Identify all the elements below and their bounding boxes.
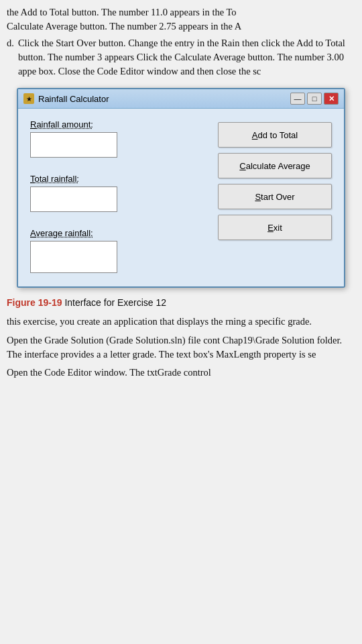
- top-line2: Calculate Average button. The number 2.7…: [7, 21, 241, 32]
- dialog-window-controls: — □ ✕: [290, 93, 339, 105]
- body-paragraph-2: Open the Grade Solution (Grade Solution.…: [0, 333, 362, 362]
- dialog-titlebar: ★ Rainfall Calculator — □ ✕: [18, 89, 344, 109]
- close-button[interactable]: ✕: [324, 93, 339, 105]
- dialog-wrapper: ★ Rainfall Calculator — □ ✕ Rainfall amo…: [17, 88, 345, 288]
- total-rainfall-label: Total rainfall:: [30, 174, 204, 184]
- total-rainfall-group: Total rainfall:: [30, 174, 204, 212]
- average-rainfall-label: Average rainfall:: [30, 228, 204, 238]
- dialog-title: Rainfall Calculator: [38, 94, 109, 104]
- body-paragraph-1: this exercise, you create an application…: [0, 315, 362, 329]
- top-text-block: the Add to Total button. The number 11.0…: [7, 5, 355, 34]
- add-to-total-button[interactable]: Add to Total: [218, 122, 332, 148]
- rainfall-amount-label: Rainfall amount:: [30, 119, 204, 129]
- rainfall-amount-group: Rainfall amount:: [30, 119, 204, 158]
- top-line1: the Add to Total button. The number 11.0…: [7, 7, 237, 17]
- list-label-d: d.: [7, 36, 14, 78]
- average-rainfall-group: Average rainfall:: [30, 228, 204, 273]
- dialog-body: Rainfall amount: Total rainfall: Average…: [18, 109, 344, 286]
- average-rainfall-input[interactable]: [30, 241, 117, 273]
- start-over-button[interactable]: Start Over: [218, 184, 332, 209]
- exit-button[interactable]: Exit: [218, 215, 332, 240]
- dialog-app-icon: ★: [23, 93, 34, 104]
- rainfall-amount-input[interactable]: [30, 132, 117, 158]
- minimize-button[interactable]: —: [290, 93, 305, 105]
- list-text-d: Click the Start Over button. Change the …: [18, 36, 355, 78]
- restore-button[interactable]: □: [307, 93, 322, 105]
- figure-caption-text: Interface for Exercise 12: [64, 297, 166, 308]
- dialog-right-panel: Add to Total Calculate Average Start Ove…: [218, 119, 332, 273]
- list-item-d: d. Click the Start Over button. Change t…: [7, 36, 355, 78]
- dialog-left-panel: Rainfall amount: Total rainfall: Average…: [30, 119, 204, 273]
- total-rainfall-input[interactable]: [30, 186, 117, 212]
- title-left: ★ Rainfall Calculator: [23, 93, 109, 104]
- calculate-average-button[interactable]: Calculate Average: [218, 153, 332, 178]
- figure-caption: Figure 19-19 Interface for Exercise 12: [7, 297, 355, 308]
- body-paragraph-3: Open the Code Editor window. The txtGrad…: [0, 366, 362, 380]
- figure-label: Figure 19-19: [7, 297, 62, 308]
- rainfall-calculator-dialog: ★ Rainfall Calculator — □ ✕ Rainfall amo…: [17, 88, 345, 288]
